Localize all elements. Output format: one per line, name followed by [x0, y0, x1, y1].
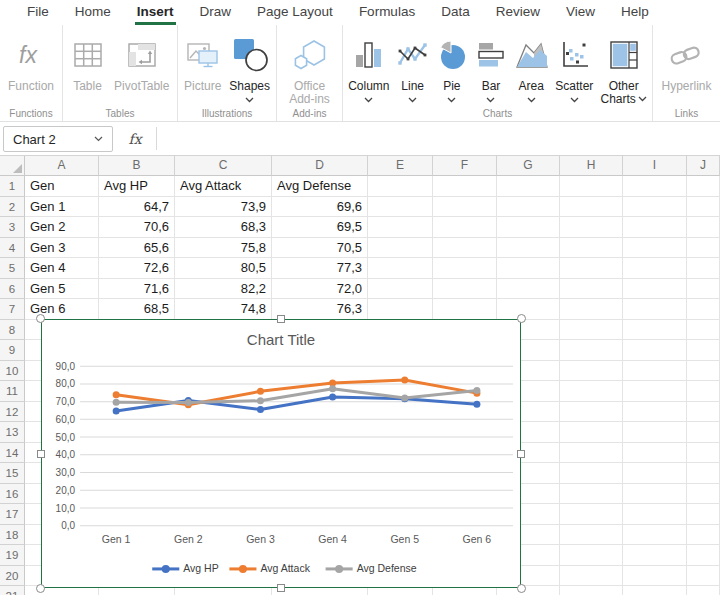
tab-data[interactable]: Data [428, 0, 483, 25]
cell-H8[interactable] [560, 320, 623, 341]
col-header-F[interactable]: F [433, 156, 497, 176]
cell-I12[interactable] [623, 402, 687, 423]
cell-H1[interactable] [560, 176, 623, 197]
cell-H3[interactable] [560, 217, 623, 238]
cell-B5[interactable]: 72,6 [99, 258, 175, 279]
row-header-9[interactable]: 9 [0, 340, 25, 361]
cell-E7[interactable] [368, 299, 433, 320]
cell-C1[interactable]: Avg Attack [175, 176, 272, 197]
cell-J12[interactable] [687, 402, 720, 423]
cell-H19[interactable] [560, 545, 623, 566]
chart-resize-handle-top-middle[interactable] [277, 315, 285, 323]
cell-A3[interactable]: Gen 2 [25, 217, 99, 238]
cell-H4[interactable] [560, 238, 623, 259]
cell-I1[interactable] [623, 176, 687, 197]
tab-view[interactable]: View [553, 0, 608, 25]
row-header-10[interactable]: 10 [0, 361, 25, 382]
cell-H12[interactable] [560, 402, 623, 423]
cell-G6[interactable] [497, 279, 560, 300]
cell-I9[interactable] [623, 340, 687, 361]
row-header-8[interactable]: 8 [0, 320, 25, 341]
cell-F4[interactable] [433, 238, 497, 259]
tab-formulas[interactable]: Formulas [346, 0, 428, 25]
row-header-7[interactable]: 7 [0, 299, 25, 320]
cell-C3[interactable]: 68,3 [175, 217, 272, 238]
name-box[interactable]: Chart 2 [3, 126, 113, 152]
tab-home[interactable]: Home [62, 0, 124, 25]
cell-C5[interactable]: 80,5 [175, 258, 272, 279]
row-header-1[interactable]: 1 [0, 176, 25, 197]
cell-E6[interactable] [368, 279, 433, 300]
pie-chart-button[interactable]: Pie [434, 32, 470, 103]
cell-H9[interactable] [560, 340, 623, 361]
hyperlink-button[interactable]: Hyperlink [659, 32, 713, 93]
tab-draw[interactable]: Draw [187, 0, 245, 25]
cell-H7[interactable] [560, 299, 623, 320]
cell-D3[interactable]: 69,5 [272, 217, 368, 238]
cell-G5[interactable] [497, 258, 560, 279]
cell-F2[interactable] [433, 197, 497, 218]
cell-D2[interactable]: 69,6 [272, 197, 368, 218]
cell-A2[interactable]: Gen 1 [25, 197, 99, 218]
cell-I17[interactable] [623, 504, 687, 525]
cell-J8[interactable] [687, 320, 720, 341]
cell-C7[interactable]: 74,8 [175, 299, 272, 320]
cell-A5[interactable]: Gen 4 [25, 258, 99, 279]
cell-H14[interactable] [560, 443, 623, 464]
line-chart-button[interactable]: Line [395, 32, 431, 103]
row-header-6[interactable]: 6 [0, 279, 25, 300]
cell-I5[interactable] [623, 258, 687, 279]
row-header-14[interactable]: 14 [0, 443, 25, 464]
cell-J2[interactable] [687, 197, 720, 218]
cell-J5[interactable] [687, 258, 720, 279]
cell-J20[interactable] [687, 566, 720, 587]
cell-I4[interactable] [623, 238, 687, 259]
row-header-5[interactable]: 5 [0, 258, 25, 279]
cell-J17[interactable] [687, 504, 720, 525]
formula-input[interactable] [160, 122, 720, 155]
select-all-corner[interactable] [0, 156, 25, 176]
cell-H20[interactable] [560, 566, 623, 587]
row-header-16[interactable]: 16 [0, 484, 25, 505]
cell-I18[interactable] [623, 525, 687, 546]
cell-B7[interactable]: 68,5 [99, 299, 175, 320]
cell-J10[interactable] [687, 361, 720, 382]
column-chart-button[interactable]: Column [346, 32, 391, 103]
cell-J7[interactable] [687, 299, 720, 320]
cell-F3[interactable] [433, 217, 497, 238]
cell-J9[interactable] [687, 340, 720, 361]
cell-H15[interactable] [560, 463, 623, 484]
cell-H10[interactable] [560, 361, 623, 382]
cell-J18[interactable] [687, 525, 720, 546]
cell-B6[interactable]: 71,6 [99, 279, 175, 300]
cell-I13[interactable] [623, 422, 687, 443]
cell-C2[interactable]: 73,9 [175, 197, 272, 218]
cell-J13[interactable] [687, 422, 720, 443]
row-header-20[interactable]: 20 [0, 566, 25, 587]
cell-I16[interactable] [623, 484, 687, 505]
cell-I6[interactable] [623, 279, 687, 300]
cell-I21[interactable] [623, 586, 687, 595]
chart-resize-handle-bottom-middle[interactable] [277, 584, 285, 592]
bar-chart-button[interactable]: Bar [473, 32, 509, 103]
chart-object[interactable]: Chart Title 0,010,020,030,040,050,060,07… [41, 319, 521, 588]
cell-G1[interactable] [497, 176, 560, 197]
cell-H2[interactable] [560, 197, 623, 218]
cell-E1[interactable] [368, 176, 433, 197]
table-button[interactable]: Table [69, 32, 107, 93]
cell-F6[interactable] [433, 279, 497, 300]
cell-J15[interactable] [687, 463, 720, 484]
chart-resize-handle-middle-left[interactable] [37, 450, 45, 458]
row-header-18[interactable]: 18 [0, 525, 25, 546]
other-charts-button[interactable]: OtherCharts [598, 32, 648, 106]
col-header-B[interactable]: B [99, 156, 175, 176]
cell-J19[interactable] [687, 545, 720, 566]
col-header-E[interactable]: E [368, 156, 433, 176]
cell-D7[interactable]: 76,3 [272, 299, 368, 320]
cell-I8[interactable] [623, 320, 687, 341]
cell-G4[interactable] [497, 238, 560, 259]
cell-I7[interactable] [623, 299, 687, 320]
row-header-15[interactable]: 15 [0, 463, 25, 484]
cell-H5[interactable] [560, 258, 623, 279]
cell-F1[interactable] [433, 176, 497, 197]
